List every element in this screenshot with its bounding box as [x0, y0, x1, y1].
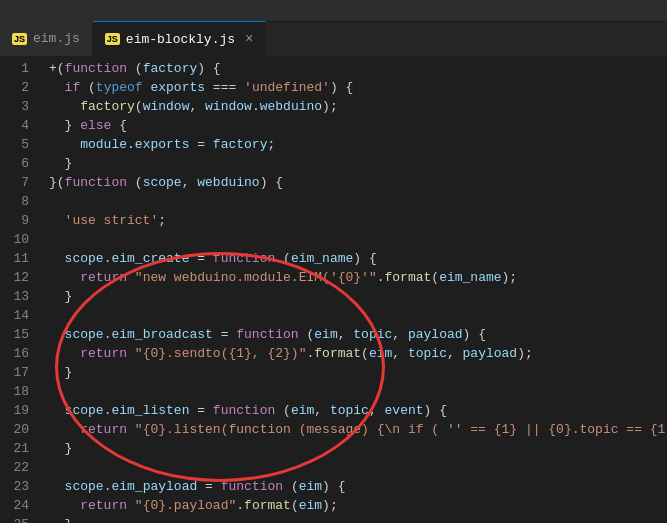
tab-label-eim-js: eim.js — [33, 31, 80, 46]
js-icon-active: JS — [105, 33, 120, 45]
tab-label-eim-blockly-js: eim-blockly.js — [126, 32, 235, 47]
code-line-8 — [45, 192, 667, 211]
code-line-15: scope.eim_broadcast = function (eim, top… — [45, 325, 667, 344]
line-numbers: 1 2 3 4 5 6 7 8 9 10 11 12 13 14 15 16 1… — [0, 57, 45, 523]
code-line-18 — [45, 382, 667, 401]
tab-bar: JS eim.js JS eim-blockly.js × — [0, 22, 667, 57]
code-line-4: } else { — [45, 116, 667, 135]
code-line-10 — [45, 230, 667, 249]
code-line-21: } — [45, 439, 667, 458]
code-line-24: return "{0}.payload".format(eim); — [45, 496, 667, 515]
code-line-16: return "{0}.sendto({1}, {2})".format(eim… — [45, 344, 667, 363]
code-line-13: } — [45, 287, 667, 306]
code-line-11: scope.eim_create = function (eim_name) { — [45, 249, 667, 268]
code-line-1: +(function (factory) { — [45, 59, 667, 78]
code-line-7: }(function (scope, webduino) { — [45, 173, 667, 192]
code-line-9: 'use strict'; — [45, 211, 667, 230]
code-line-20: return "{0}.listen(function (message) {\… — [45, 420, 667, 439]
code-line-2: if (typeof exports === 'undefined') { — [45, 78, 667, 97]
code-line-6: } — [45, 154, 667, 173]
code-line-22 — [45, 458, 667, 477]
code-area[interactable]: +(function (factory) { if (typeof export… — [45, 57, 667, 523]
code-line-12: return "new webduino.module.EIM('{0}'".f… — [45, 268, 667, 287]
tab-eim-js[interactable]: JS eim.js — [0, 21, 93, 56]
tab-eim-blockly-js[interactable]: JS eim-blockly.js × — [93, 21, 267, 56]
code-line-25: } — [45, 515, 667, 523]
code-line-23: scope.eim_payload = function (eim) { — [45, 477, 667, 496]
code-line-5: module.exports = factory; — [45, 135, 667, 154]
title-bar — [0, 0, 667, 22]
code-line-19: scope.eim_listen = function (eim, topic,… — [45, 401, 667, 420]
js-icon: JS — [12, 33, 27, 45]
code-line-17: } — [45, 363, 667, 382]
code-line-14 — [45, 306, 667, 325]
tab-close-button[interactable]: × — [245, 32, 253, 46]
editor: 1 2 3 4 5 6 7 8 9 10 11 12 13 14 15 16 1… — [0, 57, 667, 523]
code-line-3: factory(window, window.webduino); — [45, 97, 667, 116]
